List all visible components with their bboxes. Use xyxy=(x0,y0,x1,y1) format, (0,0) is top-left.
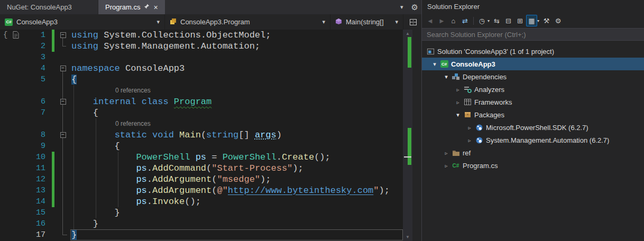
scroll-down-icon[interactable]: ▼ xyxy=(403,235,412,239)
change-bar xyxy=(52,152,54,163)
split-editor-icon[interactable] xyxy=(409,18,417,26)
collapse-all-icon: ⊟ xyxy=(505,17,511,25)
tree-item-consoleapp3[interactable]: ▾C#ConsoleApp3 xyxy=(422,58,644,70)
editor-scrollbar[interactable]: ▲ ▼ xyxy=(403,30,412,241)
tree-item-microsoft.powershell.sdk-6.2.7[interactable]: ▹Microsoft.PowerShell.SDK (6.2.7) xyxy=(422,121,644,134)
navigate-forward-button[interactable]: ► xyxy=(436,15,447,26)
packages-icon xyxy=(462,111,473,118)
member-dropdown-label: Main(string[] xyxy=(346,18,384,26)
line-number xyxy=(0,85,51,96)
tree-item-label: Frameworks xyxy=(474,98,512,106)
member-dropdown[interactable]: Main(string[] ▾ xyxy=(330,14,403,30)
code-line-5[interactable]: 5{ xyxy=(0,74,403,85)
expand-arrow-icon[interactable]: ▾ xyxy=(454,112,462,118)
navigate-back-icon: ◄ xyxy=(427,17,434,25)
properties-icon: ⚒ xyxy=(544,17,550,25)
tree-item-analyzers[interactable]: ▹Analyzers xyxy=(422,83,644,96)
hyperlink[interactable]: http://www.byteinthesky.com xyxy=(228,186,373,196)
expand-arrow-icon[interactable]: ▾ xyxy=(442,73,450,80)
fold-marker-icon[interactable]: − xyxy=(60,66,66,71)
codelens-row: 0 references xyxy=(0,85,403,96)
show-all-files-dropdown-icon[interactable]: ▾ xyxy=(537,18,539,23)
expand-arrow-icon[interactable]: ▹ xyxy=(442,163,450,169)
code-line-8[interactable]: 8− static void Main(string[] args) xyxy=(0,129,403,141)
expand-arrow-icon[interactable]: ▹ xyxy=(442,150,450,156)
code-line-13[interactable]: 13 ps.AddArgument(@"http://www.byteinthe… xyxy=(0,185,403,196)
preview-selected-items-button[interactable]: ⊞ xyxy=(514,15,526,26)
line-number: 6 xyxy=(0,96,51,107)
expand-arrow-icon[interactable]: ▹ xyxy=(454,99,462,105)
tab-label: Program.cs xyxy=(105,3,140,11)
tree-item-dependencies[interactable]: ▾Dependencies xyxy=(422,70,644,83)
navigation-bar: C# ConsoleApp3 ▾ ConsoleApp3.Program ▾ M… xyxy=(0,14,421,30)
tab-program-cs[interactable]: Program.cs × xyxy=(98,0,165,14)
pending-changes-filter-button[interactable]: ◷ xyxy=(476,15,487,26)
tree-item-solution-consoleapp3-1-of-1-proj[interactable]: Solution 'ConsoleApp3' (1 of 1 project) xyxy=(422,45,644,58)
tab-list-chevron-icon[interactable]: ▾ xyxy=(400,4,403,11)
fold-marker-icon[interactable]: − xyxy=(60,132,66,138)
solution-explorer-toolbar: ◄►⌂⇄◷▾⇆⊟⊞▦▾⚒⚙ xyxy=(422,14,644,27)
collapse-all-button[interactable]: ⊟ xyxy=(503,15,514,26)
search-input[interactable] xyxy=(422,28,644,41)
line-number: 3 xyxy=(0,52,51,63)
expand-arrow-icon[interactable]: ▹ xyxy=(454,87,462,92)
code-line-16[interactable]: 16 } xyxy=(0,218,403,229)
pin-icon[interactable] xyxy=(144,3,150,11)
sync-with-active-document-button[interactable]: ⇄ xyxy=(459,15,471,26)
solution-icon xyxy=(425,48,436,55)
codelens-references[interactable]: 0 references xyxy=(70,85,403,96)
fold-marker-icon[interactable]: − xyxy=(60,99,66,105)
close-icon[interactable]: × xyxy=(153,4,158,11)
line-number: 14 xyxy=(0,196,51,207)
change-bar xyxy=(52,30,54,41)
change-bar xyxy=(52,196,54,207)
show-all-files-button[interactable]: ▦ xyxy=(526,15,537,26)
code-line-10[interactable]: 10 PowerShell ps = PowerShell.Create(); xyxy=(0,152,403,163)
sync-with-active-document-icon: ⇄ xyxy=(462,17,468,25)
code-editor[interactable]: { 1−using System.Collections.ObjectModel… xyxy=(0,30,412,241)
code-line-1[interactable]: 1−using System.Collections.ObjectModel; xyxy=(0,30,403,41)
code-line-2[interactable]: 2using System.Management.Automation; xyxy=(0,41,403,52)
tree-item-program.cs[interactable]: ▹C#Program.cs xyxy=(422,159,644,172)
code-line-12[interactable]: 12 ps.AddArgument("msedge"); xyxy=(0,174,403,185)
line-number: 9 xyxy=(0,141,51,152)
settings-gear-icon[interactable]: ⚙ xyxy=(411,3,418,12)
tree-item-label: ConsoleApp3 xyxy=(451,60,495,68)
customize-button[interactable]: ⚙ xyxy=(553,15,564,26)
home-button[interactable]: ⌂ xyxy=(448,15,459,26)
code-line-11[interactable]: 11 ps.AddCommand("Start-Process"); xyxy=(0,163,403,174)
line-number: 2 xyxy=(0,41,51,52)
switch-views-button[interactable]: ⇆ xyxy=(491,15,502,26)
scroll-up-icon[interactable]: ▲ xyxy=(403,31,412,36)
navigate-back-button[interactable]: ◄ xyxy=(425,15,436,26)
properties-button[interactable]: ⚒ xyxy=(541,15,552,26)
project-dropdown[interactable]: C# ConsoleApp3 ▾ xyxy=(0,14,165,30)
change-bar xyxy=(52,163,54,174)
tab-nuget-consoleapp3[interactable]: NuGet: ConsoleApp3 xyxy=(0,0,98,14)
expand-arrow-icon[interactable]: ▾ xyxy=(430,61,439,68)
codelens-references[interactable]: 0 references xyxy=(70,118,403,129)
tree-item-label: System.Management.Automation (6.2.7) xyxy=(486,136,609,144)
pending-changes-filter-dropdown-icon[interactable]: ▾ xyxy=(487,18,490,23)
tree-item-frameworks[interactable]: ▹Frameworks xyxy=(422,96,644,108)
code-line-4[interactable]: 4−namespace ConsoleApp3 xyxy=(0,63,403,74)
code-line-14[interactable]: 14 ps.Invoke(); xyxy=(0,196,403,207)
code-line-6[interactable]: 6− internal class Program xyxy=(0,96,403,107)
csproj-icon: C# xyxy=(439,60,449,68)
code-line-15[interactable]: 15 } xyxy=(0,207,403,218)
expand-arrow-icon[interactable]: ▹ xyxy=(465,137,474,143)
code-line-7[interactable]: 7 { xyxy=(0,107,403,118)
tree-item-system.management.automation-6.2[interactable]: ▹System.Management.Automation (6.2.7) xyxy=(422,134,644,146)
fold-marker-icon[interactable]: − xyxy=(60,32,66,38)
nuget-icon xyxy=(474,124,484,132)
change-bar xyxy=(52,174,54,185)
code-line-9[interactable]: 9 { xyxy=(0,141,403,152)
line-number: 1 xyxy=(0,30,51,41)
code-line-17[interactable]: 17} xyxy=(0,229,403,240)
pending-changes-filter-icon: ◷ xyxy=(479,17,485,25)
expand-arrow-icon[interactable]: ▹ xyxy=(465,125,474,131)
tree-item-packages[interactable]: ▾Packages xyxy=(422,108,644,121)
type-dropdown[interactable]: ConsoleApp3.Program ▾ xyxy=(165,14,330,30)
code-line-3[interactable]: 3 xyxy=(0,52,403,63)
tree-item-ref[interactable]: ▹ref xyxy=(422,146,644,159)
